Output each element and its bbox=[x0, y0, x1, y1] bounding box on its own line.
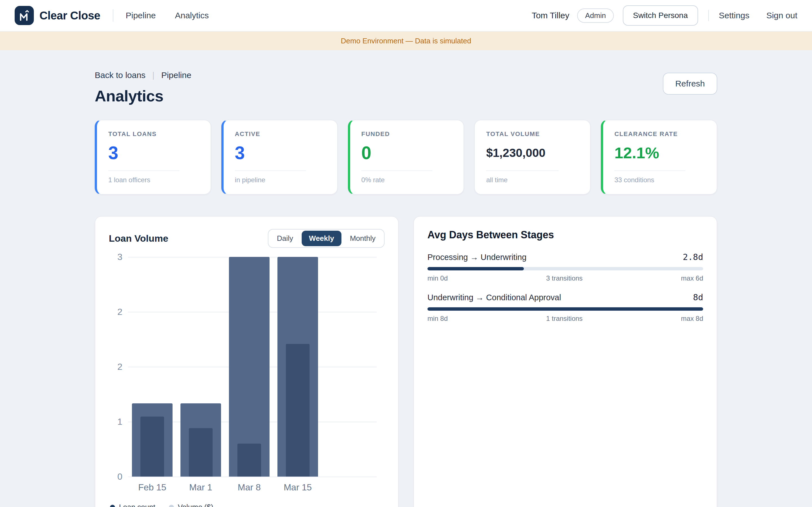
stage-row-processing-underwriting: Processing → Underwriting 2.8d min 0d 3 … bbox=[427, 252, 703, 282]
stat-subtext: 0% rate bbox=[361, 176, 453, 184]
avg-days-panel: Avg Days Between Stages Processing → Und… bbox=[413, 216, 717, 507]
nav-pipeline[interactable]: Pipeline bbox=[126, 11, 156, 20]
legend-dot-icon bbox=[169, 505, 174, 507]
stage-transitions: 1 transitions bbox=[546, 315, 582, 323]
stat-label: FUNDED bbox=[361, 130, 453, 138]
nav-divider bbox=[708, 10, 709, 21]
refresh-button[interactable]: Refresh bbox=[663, 73, 717, 95]
legend-loan-count: Loan count bbox=[110, 503, 155, 507]
bar-group-feb-15 bbox=[128, 257, 176, 476]
volume-bar bbox=[189, 428, 213, 476]
x-tick: Mar 8 bbox=[225, 482, 273, 493]
breadcrumb-pipeline[interactable]: Pipeline bbox=[161, 70, 192, 80]
plot-area bbox=[128, 257, 385, 476]
bar-group-mar-1 bbox=[176, 257, 225, 476]
top-nav: Clear Close Pipeline Analytics Tom Tille… bbox=[0, 0, 812, 32]
legend-dot-icon bbox=[110, 505, 115, 507]
brand-name: Clear Close bbox=[40, 9, 100, 22]
progress-fill bbox=[427, 307, 703, 311]
page-title: Analytics bbox=[95, 87, 192, 105]
tab-monthly[interactable]: Monthly bbox=[343, 231, 383, 246]
card-divider bbox=[486, 170, 558, 171]
legend-label: Loan count bbox=[119, 503, 155, 507]
stat-value: 3 bbox=[235, 144, 326, 163]
interval-segmented-control: Daily Weekly Monthly bbox=[268, 229, 385, 248]
stat-card-clearance-rate: CLEARANCE RATE 12.1% 33 conditions bbox=[601, 120, 717, 194]
y-tick: 0 bbox=[117, 471, 122, 482]
x-tick: Mar 1 bbox=[176, 482, 225, 493]
main-content: Back to loans | Pipeline Analytics Refre… bbox=[95, 70, 717, 507]
chart-legend: Loan count Volume ($) bbox=[109, 503, 385, 507]
stage-label: Processing → Underwriting bbox=[427, 252, 526, 262]
stat-card-total-volume: TOTAL VOLUME $1,230,000 all time bbox=[474, 120, 591, 194]
stage-min: min 8d bbox=[427, 315, 448, 323]
y-axis: 3 2 2 1 0 bbox=[109, 257, 128, 476]
stat-value: 0 bbox=[361, 144, 453, 163]
stat-subtext: in pipeline bbox=[235, 176, 326, 184]
breadcrumb: Back to loans | Pipeline bbox=[95, 70, 192, 80]
y-tick: 2 bbox=[117, 307, 122, 317]
y-tick: 3 bbox=[117, 252, 122, 262]
card-divider bbox=[235, 170, 306, 171]
bar-group-mar-8 bbox=[225, 257, 273, 476]
avg-days-title: Avg Days Between Stages bbox=[427, 229, 703, 241]
logo-icon bbox=[15, 6, 34, 25]
card-divider bbox=[614, 170, 686, 171]
stage-value: 2.8d bbox=[683, 252, 703, 262]
switch-persona-button[interactable]: Switch Persona bbox=[623, 5, 698, 25]
volume-bar bbox=[286, 344, 310, 476]
stat-label: TOTAL VOLUME bbox=[486, 130, 579, 138]
stat-value: 3 bbox=[108, 144, 199, 163]
card-divider bbox=[108, 170, 179, 171]
x-tick: Mar 15 bbox=[273, 482, 322, 493]
x-axis: Feb 15 Mar 1 Mar 8 Mar 15 bbox=[109, 482, 385, 493]
stage-max: max 8d bbox=[681, 315, 703, 323]
stat-subtext: all time bbox=[486, 176, 579, 184]
stage-row-underwriting-conditional-approval: Underwriting → Conditional Approval 8d m… bbox=[427, 292, 703, 323]
stat-card-funded: FUNDED 0 0% rate bbox=[348, 120, 464, 194]
stat-value: 12.1% bbox=[614, 144, 705, 163]
nav-divider bbox=[113, 9, 113, 22]
stat-label: TOTAL LOANS bbox=[108, 130, 199, 138]
volume-bar bbox=[140, 416, 164, 476]
stat-subtext: 33 conditions bbox=[614, 176, 705, 184]
stage-min: min 0d bbox=[427, 274, 448, 282]
stage-transitions: 3 transitions bbox=[546, 274, 582, 282]
legend-volume: Volume ($) bbox=[169, 503, 213, 507]
progress-track bbox=[427, 267, 703, 270]
stat-label: CLEARANCE RATE bbox=[614, 130, 705, 138]
breadcrumb-back-to-loans[interactable]: Back to loans bbox=[95, 70, 146, 80]
tab-daily[interactable]: Daily bbox=[269, 231, 301, 246]
stat-card-active: ACTIVE 3 in pipeline bbox=[221, 120, 338, 194]
stat-label: ACTIVE bbox=[235, 130, 326, 138]
demo-banner: Demo Environment — Data is simulated bbox=[0, 32, 812, 50]
user-name: Tom Tilley bbox=[532, 11, 569, 20]
primary-nav: Pipeline Analytics bbox=[126, 11, 209, 20]
x-tick: Feb 15 bbox=[128, 482, 176, 493]
stage-max: max 6d bbox=[681, 274, 703, 282]
progress-track bbox=[427, 307, 703, 311]
breadcrumb-separator: | bbox=[152, 70, 154, 80]
loan-volume-panel: Loan Volume Daily Weekly Monthly 3 2 2 1… bbox=[95, 216, 399, 507]
loan-volume-title: Loan Volume bbox=[109, 233, 168, 244]
volume-bar bbox=[238, 444, 261, 476]
loan-volume-chart: 3 2 2 1 0 bbox=[109, 257, 385, 476]
legend-label: Volume ($) bbox=[178, 503, 213, 507]
sign-out-link[interactable]: Sign out bbox=[766, 11, 797, 20]
progress-fill bbox=[427, 267, 524, 270]
bar-group-mar-15 bbox=[273, 257, 322, 476]
brand-logo[interactable]: Clear Close bbox=[15, 6, 100, 25]
settings-link[interactable]: Settings bbox=[719, 11, 749, 20]
gridline bbox=[128, 476, 377, 477]
stage-value: 8d bbox=[693, 292, 703, 302]
y-tick: 2 bbox=[117, 362, 122, 372]
stat-subtext: 1 loan officers bbox=[108, 176, 199, 184]
y-tick: 1 bbox=[117, 416, 122, 427]
tab-weekly[interactable]: Weekly bbox=[302, 231, 342, 246]
stat-cards: TOTAL LOANS 3 1 loan officers ACTIVE 3 i… bbox=[95, 120, 717, 194]
stat-value: $1,230,000 bbox=[486, 144, 579, 163]
card-divider bbox=[361, 170, 433, 171]
role-badge: Admin bbox=[577, 8, 614, 23]
stage-label: Underwriting → Conditional Approval bbox=[427, 293, 561, 302]
nav-analytics[interactable]: Analytics bbox=[175, 11, 209, 20]
